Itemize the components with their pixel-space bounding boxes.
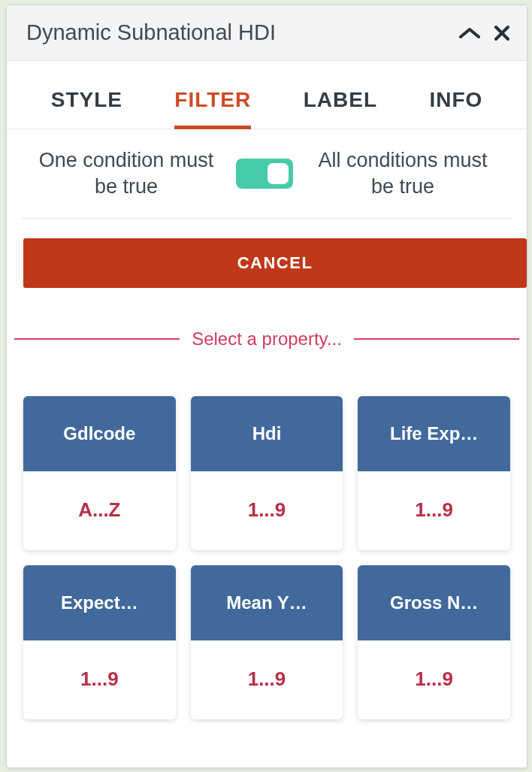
property-name: Hdi [191, 396, 343, 471]
tab-info[interactable]: INFO [429, 88, 482, 127]
tabs-row: STYLE FILTER LABEL INFO [7, 61, 527, 129]
condition-all-label: All conditions must be true [309, 147, 497, 200]
property-range: 1...9 [191, 471, 343, 550]
condition-one-label: One condition must be true [32, 147, 220, 200]
property-name: Gdlcode [23, 396, 176, 471]
toggle-knob [268, 163, 289, 184]
property-divider: Select a property... [14, 328, 519, 350]
header-controls [459, 25, 510, 41]
property-range: 1...9 [358, 471, 510, 550]
property-name: Expect… [23, 565, 176, 640]
property-range: 1...9 [358, 640, 510, 719]
panel-title: Dynamic Subnational HDI [26, 20, 276, 45]
property-name: Life Exp… [358, 396, 510, 471]
divider-label: Select a property... [180, 328, 354, 350]
property-card[interactable]: Gdlcode A...Z [23, 396, 176, 550]
property-grid: Gdlcode A...Z Hdi 1...9 Life Exp… 1...9 … [7, 350, 527, 719]
divider-line [354, 338, 519, 340]
tab-label[interactable]: LABEL [304, 88, 377, 127]
property-card[interactable]: Mean Y… 1...9 [191, 565, 343, 719]
property-name: Gross N… [358, 565, 510, 640]
close-icon[interactable] [494, 25, 510, 41]
cancel-button[interactable]: CANCEL [23, 238, 527, 288]
property-card[interactable]: Hdi 1...9 [191, 396, 343, 550]
divider-line [14, 338, 180, 340]
collapse-icon[interactable] [459, 26, 480, 40]
layer-settings-panel: Dynamic Subnational HDI STYLE FILTER LAB… [6, 5, 527, 768]
property-card[interactable]: Gross N… 1...9 [358, 565, 510, 719]
condition-mode-row: One condition must be true All condition… [22, 129, 512, 219]
panel-header: Dynamic Subnational HDI [7, 5, 527, 61]
tab-style[interactable]: STYLE [51, 88, 122, 127]
property-name: Mean Y… [191, 565, 343, 640]
condition-toggle[interactable] [236, 159, 293, 189]
tab-filter[interactable]: FILTER [174, 88, 251, 129]
property-card[interactable]: Expect… 1...9 [23, 565, 176, 719]
property-range: 1...9 [191, 640, 343, 719]
property-range: A...Z [23, 471, 176, 550]
property-range: 1...9 [23, 640, 176, 719]
property-card[interactable]: Life Exp… 1...9 [358, 396, 510, 550]
